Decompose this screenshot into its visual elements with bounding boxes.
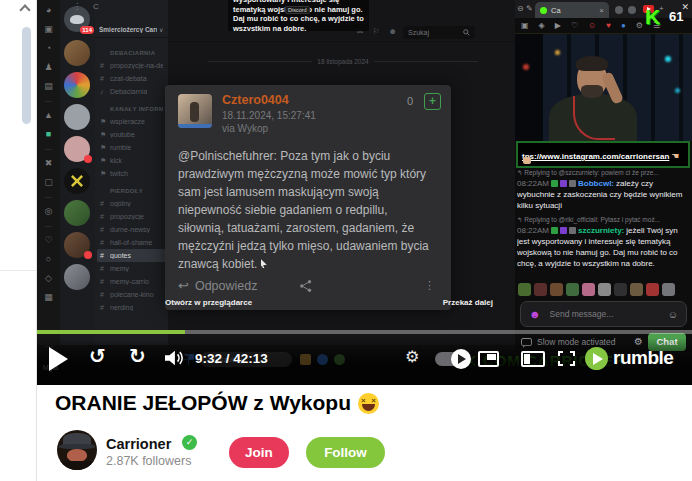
rumble-logo-icon[interactable] xyxy=(585,347,608,370)
dock-icon[interactable]: — xyxy=(45,195,52,199)
identity-icon[interactable]: ☻ xyxy=(529,308,541,320)
discord-channel[interactable]: # polecane-kino xyxy=(97,288,166,301)
discord-channel[interactable]: # nerding xyxy=(97,301,166,314)
discord-channel[interactable]: # czat-debata xyxy=(97,72,166,85)
dock-icon[interactable]: ○ xyxy=(46,253,51,266)
dock-icon[interactable]: ◔ xyxy=(46,42,51,55)
emote[interactable] xyxy=(630,283,643,296)
emote[interactable] xyxy=(582,283,595,296)
browser-icon[interactable]: ⊖ xyxy=(517,4,524,13)
discord-channel[interactable]: ⚑ rumble xyxy=(97,141,166,154)
discord-channel[interactable]: ♪ Debaciarnia xyxy=(97,85,166,98)
dock-icon[interactable]: — xyxy=(45,147,52,151)
chat-input-box[interactable]: ☻ ☺ xyxy=(520,301,687,327)
forward-button[interactable]: ↻ xyxy=(129,344,146,368)
discord-channel[interactable]: PIERDOŁY xyxy=(97,184,166,197)
channel-name[interactable]: Carrioner xyxy=(106,436,171,452)
pin-icon[interactable]: ✎ xyxy=(526,4,533,13)
stream-toolbar-icon[interactable]: ♡ xyxy=(571,21,578,30)
emote[interactable] xyxy=(646,283,659,296)
refresh-icon[interactable]: C xyxy=(93,2,99,11)
server-icon[interactable] xyxy=(64,200,90,226)
forward-link[interactable]: Przekaż dalej xyxy=(443,298,493,307)
chat-message[interactable]: ↰ Replying to @szczurniety: powiem ci że… xyxy=(517,169,690,211)
dock-icon[interactable]: ▲ xyxy=(44,109,53,122)
dock-icon[interactable]: ◎ xyxy=(45,205,53,218)
chat-username[interactable]: szczurniety: xyxy=(578,226,624,235)
server-header[interactable]: Śmierciożercy Carrio... ∨ xyxy=(95,22,168,38)
dock-icon[interactable]: ✖ xyxy=(45,157,53,170)
video-player[interactable]: ⋮ C ◕▣◔♟▤—▲■—✖▢—◎—♡○◇▦ 114 Śmierciożercy… xyxy=(37,0,692,385)
discord-channel[interactable]: # propozycje xyxy=(97,210,166,223)
channel-avatar[interactable] xyxy=(57,430,97,470)
stream-toolbar-icon[interactable]: ♥ xyxy=(606,21,611,30)
rewind-button[interactable]: ↺ xyxy=(89,344,106,368)
discord-channel[interactable]: ⚑ youtube xyxy=(97,128,166,141)
dock-icon[interactable]: ▦ xyxy=(44,291,53,304)
more-options-icon[interactable]: ⋮ xyxy=(424,279,436,292)
emote[interactable] xyxy=(518,283,531,296)
autoplay-toggle[interactable] xyxy=(435,352,469,366)
header-icon[interactable]: ☻ xyxy=(389,27,397,36)
browser-tab[interactable] xyxy=(628,6,636,14)
discord-channel[interactable]: # hall-of-shame xyxy=(97,236,166,249)
stream-toolbar-icon[interactable]: ◈ xyxy=(539,21,545,30)
emote[interactable] xyxy=(566,283,579,296)
discord-channel[interactable]: # propozycje-na-deba... xyxy=(97,59,166,72)
chat-message[interactable]: ↰ Replying to @riki_officiall: Pytasz i … xyxy=(517,216,690,269)
discord-channel[interactable]: # quotes xyxy=(97,249,166,262)
server-icon[interactable] xyxy=(64,72,90,98)
chevron-up-icon[interactable] xyxy=(19,4,30,15)
emote[interactable] xyxy=(534,283,547,296)
post-author-avatar[interactable] xyxy=(178,94,212,128)
emote[interactable] xyxy=(598,283,611,296)
browser-tab[interactable] xyxy=(615,6,623,14)
play-button[interactable] xyxy=(49,347,68,371)
open-in-browser-link[interactable]: Otwórz w przeglądarce xyxy=(165,298,252,307)
join-button[interactable]: Join xyxy=(229,437,289,468)
server-icon[interactable] xyxy=(64,232,90,258)
dock-icon[interactable]: ♟ xyxy=(44,61,52,74)
dock-icon[interactable]: — xyxy=(45,99,52,103)
emoji-picker-icon[interactable]: ☺ xyxy=(668,309,678,320)
follow-button[interactable]: Follow xyxy=(306,437,385,468)
reply-context[interactable]: ↰ Replying to @riki_officiall: Pytasz i … xyxy=(517,216,690,224)
discord-channel[interactable]: KANAŁY INFORMACYJNE xyxy=(97,102,166,115)
discord-channel[interactable]: # ogólny xyxy=(97,197,166,210)
reply-context[interactable]: ↰ Replying to @szczurniety: powiem ci że… xyxy=(517,169,690,177)
discord-channel[interactable]: DEBACIARNIA xyxy=(97,46,166,59)
server-icon[interactable] xyxy=(64,104,90,130)
server-icon[interactable] xyxy=(64,264,90,290)
stream-toolbar-icon[interactable]: ● xyxy=(621,21,626,30)
pinned-message[interactable]: tps://www.instagram.com/carrionersan☚ xyxy=(516,141,690,168)
server-icon[interactable] xyxy=(64,136,90,162)
dock-icon[interactable]: ▣ xyxy=(44,23,53,36)
header-icon[interactable]: ⚐ xyxy=(372,27,379,36)
stream-toolbar-icon[interactable]: ☺ xyxy=(588,21,596,30)
settings-gear-icon[interactable]: ⚙ xyxy=(405,347,419,366)
discord-channel[interactable]: # memy-carrio xyxy=(97,275,166,288)
stream-toolbar-icon[interactable]: ▶ xyxy=(555,21,561,30)
dock-icon[interactable]: ◇ xyxy=(45,272,52,285)
discord-channel[interactable]: # memy xyxy=(97,262,166,275)
dock-icon[interactable]: — xyxy=(45,224,52,228)
dock-icon[interactable]: ♡ xyxy=(44,234,52,247)
discord-channel[interactable]: ⚑ twitch xyxy=(97,167,166,180)
pip-button[interactable] xyxy=(478,351,499,367)
discord-channel[interactable]: # durne-newsy xyxy=(97,223,166,236)
discord-search[interactable]: Szukaj xyxy=(403,26,475,39)
kebab-icon[interactable]: ⋮ xyxy=(73,2,81,11)
theater-mode-button[interactable] xyxy=(521,351,545,367)
discord-channel[interactable]: ⚑ kick xyxy=(97,154,166,167)
share-icon[interactable] xyxy=(299,279,313,293)
reply-button[interactable]: Odpowiedz xyxy=(195,279,258,293)
chat-message-input[interactable] xyxy=(548,308,661,320)
dock-icon[interactable]: ▤ xyxy=(44,80,53,93)
emote[interactable] xyxy=(614,283,627,296)
stream-toolbar-icon[interactable]: ⚙ xyxy=(636,21,643,30)
dock-icon[interactable]: ■ xyxy=(46,128,51,141)
instagram-link[interactable]: tps://www.instagram.com/carrionersan xyxy=(522,152,669,161)
dock-icon[interactable]: ◕ xyxy=(46,4,51,17)
scrollbar-thumb[interactable] xyxy=(22,27,31,124)
server-icon[interactable] xyxy=(64,40,90,66)
